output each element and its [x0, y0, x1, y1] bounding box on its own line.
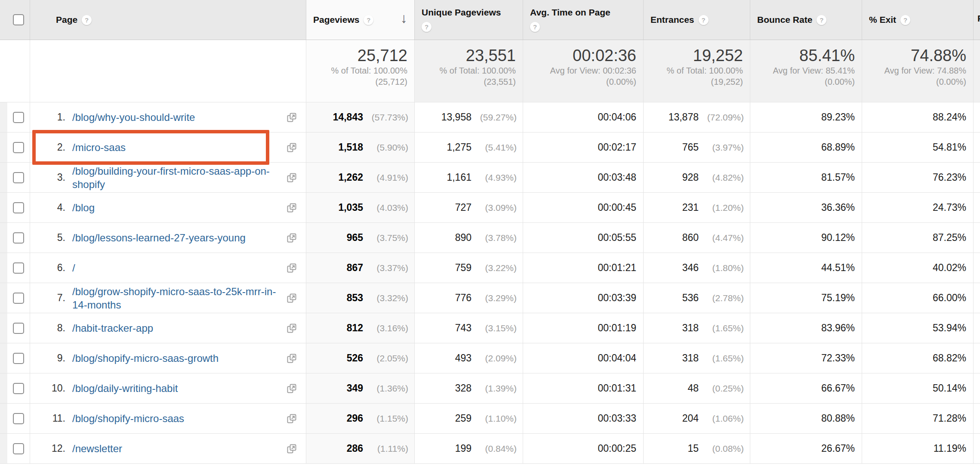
totals-unique-pageviews: 23,551 % of Total: 100.00% (23,551)	[415, 40, 523, 102]
total-subtext: (25,712)	[310, 76, 407, 87]
column-header-percent-exit[interactable]: % Exit ?	[862, 0, 974, 40]
help-icon[interactable]: ?	[699, 15, 709, 25]
page-link[interactable]: /	[72, 261, 75, 275]
row-checkbox[interactable]	[13, 232, 24, 244]
external-link-icon[interactable]	[286, 323, 297, 334]
row-checkbox[interactable]	[13, 383, 24, 394]
external-link-icon[interactable]	[286, 112, 297, 123]
row-checkbox[interactable]	[13, 353, 24, 364]
bounce-rate-cell: 81.57%	[750, 163, 862, 192]
row-checkbox[interactable]	[13, 112, 24, 123]
entrances-percent: (1.80%)	[699, 263, 744, 273]
unique-pageviews-value: 743	[455, 322, 472, 334]
unique-pageviews-cell: 1,161 (4.93%)	[415, 163, 523, 192]
row-checkbox[interactable]	[13, 142, 24, 153]
help-icon[interactable]: ?	[82, 15, 92, 25]
row-checkbox-cell	[7, 223, 30, 253]
external-link-icon[interactable]	[286, 232, 297, 244]
totals-checkbox-cell	[7, 40, 30, 102]
analytics-pages-table: Page ? Pageviews ? ↓ Unique Pageviews ? …	[0, 0, 980, 475]
clipped-cell	[974, 223, 980, 253]
avg-time-cell: 00:04:06	[523, 102, 644, 132]
avg-time-cell: 00:00:25	[523, 434, 644, 463]
totals-pageviews: 25,712 % of Total: 100.00% (25,712)	[306, 40, 415, 102]
bounce-rate-cell: 80.88%	[750, 404, 862, 433]
help-icon[interactable]: ?	[900, 15, 910, 25]
pageviews-percent: (4.91%)	[363, 173, 408, 183]
percent-exit-cell: 24.73%	[862, 193, 974, 222]
page-link[interactable]: /blog/why-you-should-write	[72, 111, 195, 124]
page-link[interactable]: /blog/building-your-first-micro-saas-app…	[72, 164, 279, 191]
percent-exit-cell: 11.19%	[862, 434, 974, 463]
page-link[interactable]: /blog/grow-shopify-micro-saas-to-25k-mrr…	[72, 285, 279, 312]
row-checkbox[interactable]	[13, 262, 24, 274]
percent-exit-cell: 88.24%	[862, 102, 974, 132]
page-cell: 1. /blog/why-you-should-write	[30, 102, 306, 132]
table-row: 2. /micro-saas 1,518 (5.90%)	[0, 133, 980, 163]
bounce-rate-cell: 72.33%	[750, 343, 862, 373]
page-cell: 4. /blog	[30, 193, 306, 222]
sort-descending-icon[interactable]: ↓	[401, 11, 407, 25]
pageviews-cell: 349 (1.36%)	[306, 373, 415, 403]
row-checkbox[interactable]	[13, 293, 24, 304]
totals-bounce-rate: 85.41% Avg for View: 85.41% (0.00%)	[750, 40, 862, 102]
external-link-icon[interactable]	[286, 413, 297, 424]
column-header-entrances[interactable]: Entrances ?	[644, 0, 750, 40]
external-link-icon[interactable]	[286, 262, 297, 274]
unique-pageviews-value: 727	[455, 202, 472, 213]
page-link[interactable]: /micro-saas	[72, 141, 126, 154]
row-checkbox[interactable]	[13, 202, 24, 213]
external-link-icon[interactable]	[286, 142, 297, 153]
help-icon[interactable]: ?	[364, 15, 373, 25]
percent-exit-cell: 68.82%	[862, 343, 974, 373]
row-checkbox[interactable]	[13, 413, 24, 424]
pageviews-value: 867	[347, 262, 363, 274]
unique-pageviews-percent: (1.39%)	[472, 383, 517, 394]
page-link[interactable]: /blog/lessons-learned-27-years-young	[72, 231, 246, 244]
bounce-rate-cell: 44.51%	[750, 253, 862, 283]
left-gutter	[0, 253, 7, 283]
page-link[interactable]: /blog/shopify-micro-saas	[72, 412, 184, 425]
row-checkbox[interactable]	[13, 443, 24, 454]
column-header-pageviews[interactable]: Pageviews ? ↓	[306, 0, 415, 40]
external-link-icon[interactable]	[286, 172, 297, 183]
external-link-icon[interactable]	[286, 353, 297, 364]
page-cell: 5. /blog/lessons-learned-27-years-young	[30, 223, 306, 253]
totals-row: 25,712 % of Total: 100.00% (25,712) 23,5…	[0, 40, 980, 102]
page-link[interactable]: /blog	[72, 201, 95, 214]
help-icon[interactable]: ?	[817, 15, 826, 25]
unique-pageviews-cell: 259 (1.10%)	[415, 404, 523, 433]
row-checkbox[interactable]	[13, 323, 24, 334]
avg-time-cell: 00:01:21	[523, 253, 644, 283]
page-link[interactable]: /blog/shopify-micro-saas-growth	[72, 352, 219, 365]
external-link-icon[interactable]	[286, 383, 297, 394]
row-checkbox[interactable]	[13, 172, 24, 183]
entrances-cell: 346 (1.80%)	[644, 253, 750, 283]
help-icon[interactable]: ?	[530, 22, 540, 32]
column-header-page[interactable]: Page ?	[30, 0, 306, 40]
row-rank: 10.	[39, 382, 65, 394]
table-body: 1. /blog/why-you-should-write 14,843 (57…	[0, 102, 980, 464]
unique-pageviews-cell: 199 (0.84%)	[415, 434, 523, 463]
external-link-icon[interactable]	[286, 293, 297, 304]
row-rank: 6.	[39, 262, 65, 274]
column-header-bounce-rate[interactable]: Bounce Rate ?	[750, 0, 862, 40]
clipped-cell	[974, 373, 980, 403]
external-link-icon[interactable]	[286, 443, 297, 454]
column-header-avg-time-on-page[interactable]: Avg. Time on Page ?	[523, 0, 644, 40]
left-gutter	[0, 373, 7, 403]
table-row: 6. / 867 (3.37%)	[0, 253, 980, 283]
page-link[interactable]: /newsletter	[72, 442, 122, 455]
page-link[interactable]: /blog/daily-writing-habit	[72, 382, 178, 395]
clipped-cell	[974, 102, 980, 132]
page-link[interactable]: /habit-tracker-app	[72, 321, 153, 335]
column-header-unique-pageviews[interactable]: Unique Pageviews ?	[415, 0, 523, 40]
pageviews-value: 965	[347, 232, 363, 244]
unique-pageviews-percent: (4.93%)	[472, 173, 517, 183]
help-icon[interactable]: ?	[422, 22, 431, 32]
entrances-percent: (3.97%)	[699, 142, 744, 153]
entrances-cell: 231 (1.20%)	[644, 193, 750, 222]
avg-time-cell: 00:03:48	[523, 163, 644, 192]
select-all-checkbox[interactable]	[13, 14, 24, 25]
external-link-icon[interactable]	[286, 202, 297, 213]
